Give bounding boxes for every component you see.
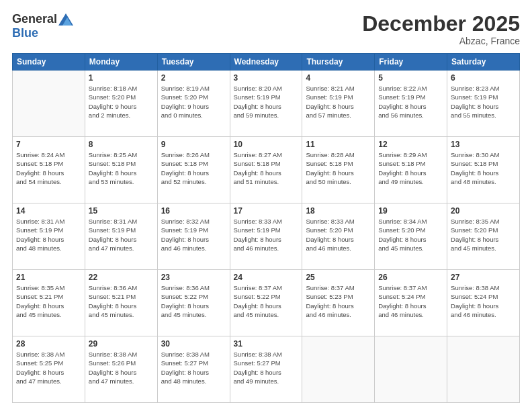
table-row: 4Sunrise: 8:21 AM Sunset: 5:19 PM Daylig… xyxy=(302,71,375,137)
table-row: 15Sunrise: 8:31 AM Sunset: 5:19 PM Dayli… xyxy=(85,203,157,270)
table-row: 26Sunrise: 8:37 AM Sunset: 5:24 PM Dayli… xyxy=(375,270,447,336)
table-row xyxy=(302,336,375,403)
col-sunday: Sunday xyxy=(13,54,85,71)
table-row: 8Sunrise: 8:25 AM Sunset: 5:18 PM Daylig… xyxy=(85,137,157,203)
day-info: Sunrise: 8:38 AM Sunset: 5:26 PM Dayligh… xyxy=(89,350,154,385)
table-row xyxy=(447,336,520,403)
day-number: 4 xyxy=(306,73,371,83)
day-number: 3 xyxy=(234,73,299,83)
table-row: 21Sunrise: 8:35 AM Sunset: 5:21 PM Dayli… xyxy=(13,270,85,336)
day-number: 15 xyxy=(89,206,154,216)
day-number: 27 xyxy=(451,273,516,282)
day-info: Sunrise: 8:25 AM Sunset: 5:18 PM Dayligh… xyxy=(89,150,154,186)
title-block: December 2025 Abzac, France xyxy=(362,12,520,46)
day-number: 17 xyxy=(234,206,299,216)
page: General Blue December 2025 Abzac, France… xyxy=(0,0,532,411)
day-info: Sunrise: 8:31 AM Sunset: 5:19 PM Dayligh… xyxy=(16,217,81,253)
day-info: Sunrise: 8:29 AM Sunset: 5:18 PM Dayligh… xyxy=(378,150,443,186)
day-number: 13 xyxy=(451,140,516,149)
day-info: Sunrise: 8:24 AM Sunset: 5:18 PM Dayligh… xyxy=(16,150,81,186)
day-number: 18 xyxy=(306,206,371,216)
table-row: 25Sunrise: 8:37 AM Sunset: 5:23 PM Dayli… xyxy=(302,270,375,336)
day-info: Sunrise: 8:28 AM Sunset: 5:18 PM Dayligh… xyxy=(306,150,371,186)
logo-blue-text: Blue xyxy=(12,26,38,40)
table-row: 20Sunrise: 8:35 AM Sunset: 5:20 PM Dayli… xyxy=(447,203,520,270)
day-info: Sunrise: 8:21 AM Sunset: 5:19 PM Dayligh… xyxy=(306,84,371,120)
day-info: Sunrise: 8:37 AM Sunset: 5:22 PM Dayligh… xyxy=(234,283,299,319)
day-number: 25 xyxy=(306,273,371,282)
day-info: Sunrise: 8:23 AM Sunset: 5:19 PM Dayligh… xyxy=(451,84,516,120)
day-info: Sunrise: 8:36 AM Sunset: 5:22 PM Dayligh… xyxy=(161,283,226,319)
table-row: 9Sunrise: 8:26 AM Sunset: 5:18 PM Daylig… xyxy=(157,137,230,203)
table-row: 1Sunrise: 8:18 AM Sunset: 5:20 PM Daylig… xyxy=(85,71,157,137)
day-info: Sunrise: 8:37 AM Sunset: 5:23 PM Dayligh… xyxy=(306,283,371,319)
day-number: 29 xyxy=(89,339,154,349)
table-row: 28Sunrise: 8:38 AM Sunset: 5:25 PM Dayli… xyxy=(13,336,85,403)
table-row: 19Sunrise: 8:34 AM Sunset: 5:20 PM Dayli… xyxy=(375,203,447,270)
day-number: 30 xyxy=(161,339,226,349)
day-number: 12 xyxy=(378,140,443,149)
day-info: Sunrise: 8:35 AM Sunset: 5:20 PM Dayligh… xyxy=(451,217,516,253)
table-row: 17Sunrise: 8:33 AM Sunset: 5:19 PM Dayli… xyxy=(230,203,302,270)
header: General Blue December 2025 Abzac, France xyxy=(12,12,520,46)
month-title: December 2025 xyxy=(362,12,520,36)
day-info: Sunrise: 8:20 AM Sunset: 5:19 PM Dayligh… xyxy=(234,84,299,120)
day-number: 19 xyxy=(378,206,443,216)
day-info: Sunrise: 8:26 AM Sunset: 5:18 PM Dayligh… xyxy=(161,150,226,186)
col-thursday: Thursday xyxy=(302,54,375,71)
table-row xyxy=(13,71,85,137)
calendar-table: Sunday Monday Tuesday Wednesday Thursday… xyxy=(12,53,520,403)
table-row: 31Sunrise: 8:38 AM Sunset: 5:27 PM Dayli… xyxy=(230,336,302,403)
table-row: 23Sunrise: 8:36 AM Sunset: 5:22 PM Dayli… xyxy=(157,270,230,336)
day-number: 14 xyxy=(16,206,81,216)
table-row: 10Sunrise: 8:27 AM Sunset: 5:18 PM Dayli… xyxy=(230,137,302,203)
table-row xyxy=(375,336,447,403)
calendar-row: 28Sunrise: 8:38 AM Sunset: 5:25 PM Dayli… xyxy=(13,336,520,403)
table-row: 27Sunrise: 8:38 AM Sunset: 5:24 PM Dayli… xyxy=(447,270,520,336)
day-number: 28 xyxy=(16,339,81,349)
day-number: 7 xyxy=(16,140,81,149)
day-info: Sunrise: 8:35 AM Sunset: 5:21 PM Dayligh… xyxy=(16,283,81,319)
day-info: Sunrise: 8:38 AM Sunset: 5:27 PM Dayligh… xyxy=(161,350,226,385)
day-number: 2 xyxy=(161,73,226,83)
day-info: Sunrise: 8:19 AM Sunset: 5:20 PM Dayligh… xyxy=(161,84,226,120)
col-wednesday: Wednesday xyxy=(230,54,302,71)
day-info: Sunrise: 8:34 AM Sunset: 5:20 PM Dayligh… xyxy=(378,217,443,253)
logo-general-text: General xyxy=(12,12,57,26)
day-number: 8 xyxy=(89,140,154,149)
day-number: 31 xyxy=(234,339,299,349)
day-number: 9 xyxy=(161,140,226,149)
day-number: 22 xyxy=(89,273,154,282)
table-row: 5Sunrise: 8:22 AM Sunset: 5:19 PM Daylig… xyxy=(375,71,447,137)
day-info: Sunrise: 8:32 AM Sunset: 5:19 PM Dayligh… xyxy=(161,217,226,253)
day-number: 1 xyxy=(89,73,154,83)
day-number: 26 xyxy=(378,273,443,282)
day-info: Sunrise: 8:37 AM Sunset: 5:24 PM Dayligh… xyxy=(378,283,443,319)
day-number: 23 xyxy=(161,273,226,282)
day-number: 21 xyxy=(16,273,81,282)
day-info: Sunrise: 8:36 AM Sunset: 5:21 PM Dayligh… xyxy=(89,283,154,319)
col-friday: Friday xyxy=(375,54,447,71)
table-row: 7Sunrise: 8:24 AM Sunset: 5:18 PM Daylig… xyxy=(13,137,85,203)
location-subtitle: Abzac, France xyxy=(362,36,520,46)
logo-icon xyxy=(58,13,73,26)
table-row: 29Sunrise: 8:38 AM Sunset: 5:26 PM Dayli… xyxy=(85,336,157,403)
col-saturday: Saturday xyxy=(447,54,520,71)
day-number: 6 xyxy=(451,73,516,83)
logo: General Blue xyxy=(12,12,73,40)
calendar-row: 21Sunrise: 8:35 AM Sunset: 5:21 PM Dayli… xyxy=(13,270,520,336)
day-info: Sunrise: 8:38 AM Sunset: 5:24 PM Dayligh… xyxy=(451,283,516,319)
calendar-row: 14Sunrise: 8:31 AM Sunset: 5:19 PM Dayli… xyxy=(13,203,520,270)
calendar-header-row: Sunday Monday Tuesday Wednesday Thursday… xyxy=(13,54,520,71)
col-tuesday: Tuesday xyxy=(157,54,230,71)
table-row: 2Sunrise: 8:19 AM Sunset: 5:20 PM Daylig… xyxy=(157,71,230,137)
table-row: 30Sunrise: 8:38 AM Sunset: 5:27 PM Dayli… xyxy=(157,336,230,403)
day-info: Sunrise: 8:38 AM Sunset: 5:27 PM Dayligh… xyxy=(234,350,299,385)
day-number: 5 xyxy=(378,73,443,83)
day-info: Sunrise: 8:33 AM Sunset: 5:20 PM Dayligh… xyxy=(306,217,371,253)
day-info: Sunrise: 8:38 AM Sunset: 5:25 PM Dayligh… xyxy=(16,350,81,385)
day-number: 11 xyxy=(306,140,371,149)
day-number: 16 xyxy=(161,206,226,216)
day-number: 24 xyxy=(234,273,299,282)
table-row: 24Sunrise: 8:37 AM Sunset: 5:22 PM Dayli… xyxy=(230,270,302,336)
